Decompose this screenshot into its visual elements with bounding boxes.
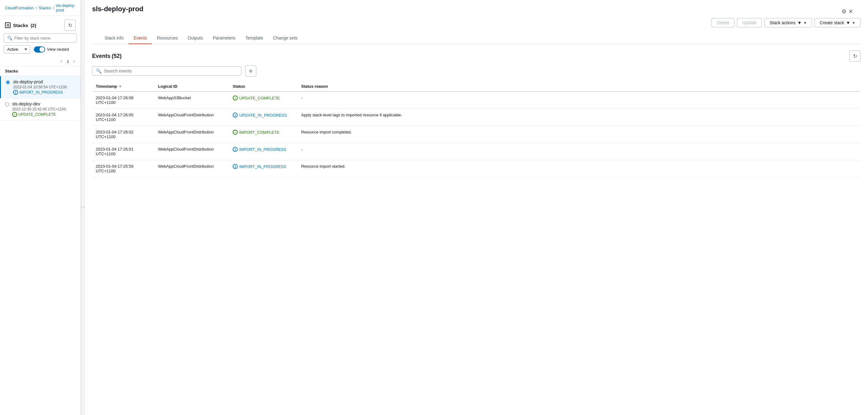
row-1-logical-id: WebAppCloudFrontDistribution — [154, 109, 229, 126]
tabs: Stack info Events Resources Outputs Para… — [92, 32, 861, 44]
stack-radio-0[interactable] — [6, 80, 10, 84]
stack-item-1[interactable]: sls-deploy-dev 2022-12-30 15:42:45 UTC+1… — [0, 98, 81, 120]
search-input[interactable] — [14, 36, 73, 40]
next-page-button[interactable]: › — [71, 58, 77, 65]
update-button[interactable]: Update — [737, 18, 762, 27]
events-settings-button[interactable]: ⚙ — [245, 65, 256, 76]
tab-stack-info[interactable]: Stack info — [99, 32, 128, 44]
stack-list-header: Stacks — [0, 66, 81, 76]
sidebar-search-container: 🔍 — [0, 33, 81, 45]
row-1-status: ℹUPDATE_IN_PROGRESS — [229, 109, 298, 126]
row-3-timestamp: 2023-01-04 17:26:01 UTC+1100 — [92, 143, 154, 160]
row-0-logical-id: WebAppS3Bucket — [154, 92, 229, 109]
row-2-status-reason: Resource import completed. — [298, 126, 861, 143]
table-row: 2023-01-04 17:26:08 UTC+1100WebAppS3Buck… — [92, 92, 861, 109]
events-search-row: 🔍 ⚙ — [92, 65, 861, 76]
table-row: 2023-01-04 17:26:05 UTC+1100WebAppCloudF… — [92, 109, 861, 126]
stack-status-0: ℹ IMPORT_IN_PROGRESS — [13, 90, 75, 95]
th-timestamp-sort[interactable]: Timestamp ▼ — [96, 84, 151, 89]
tab-events[interactable]: Events — [128, 32, 152, 44]
row-0-status-reason: - — [298, 92, 861, 109]
sidebar-title-text: Stacks — [13, 23, 28, 28]
sort-icon-timestamp: ▼ — [118, 84, 122, 89]
events-count: (52) — [112, 53, 122, 59]
stack-name-1: sls-deploy-dev — [12, 101, 75, 106]
status-filter-select[interactable]: Active All Deleted — [4, 45, 30, 54]
panel-splitter[interactable]: ⋮ — [81, 0, 85, 415]
breadcrumb-sep-2: › — [53, 6, 54, 10]
stack-radio-1[interactable] — [5, 102, 9, 106]
stack-name-0: sls-deploy-prod — [13, 79, 75, 84]
row-1-status-reason: Apply stack-level tags to imported resou… — [298, 109, 861, 126]
row-3-status-reason: - — [298, 143, 861, 160]
events-search-icon: 🔍 — [96, 68, 101, 73]
stack-status-1: ✓ UPDATE_COMPLETE — [12, 112, 75, 117]
th-timestamp: Timestamp ▼ — [92, 82, 154, 92]
row-2-status: ✓IMPORT_COMPLETE — [229, 126, 298, 143]
sidebar-title: ☰ Stacks (2) — [5, 22, 36, 28]
events-table-body: 2023-01-04 17:26:08 UTC+1100WebAppS3Buck… — [92, 92, 861, 177]
delete-button[interactable]: Delete — [712, 18, 735, 27]
row-2-status-icon: ✓ — [233, 130, 238, 135]
th-reason-label: Status reason — [301, 84, 328, 89]
events-search-input[interactable] — [104, 68, 237, 73]
prev-page-button[interactable]: ‹ — [59, 58, 64, 65]
create-stack-label: Create stack — [820, 20, 844, 25]
th-logical-id: Logical ID — [154, 82, 229, 92]
create-stack-button[interactable]: Create stack ▼ — [814, 18, 861, 27]
events-refresh-button[interactable]: ↻ — [849, 51, 861, 62]
table-row: 2023-01-04 17:26:02 UTC+1100WebAppCloudF… — [92, 126, 861, 143]
view-nested-toggle[interactable] — [34, 46, 45, 53]
main-actions: Delete Update Stack actions ▼ Create sta… — [92, 18, 861, 27]
view-nested-label: View nested — [47, 47, 69, 52]
sidebar-refresh-button[interactable]: ↻ — [64, 20, 75, 31]
stack-actions-button[interactable]: Stack actions ▼ — [765, 18, 812, 27]
th-status-label: Status — [233, 84, 245, 89]
row-0-status: ✓UPDATE_COMPLETE — [229, 92, 298, 109]
tab-outputs[interactable]: Outputs — [183, 32, 208, 44]
row-4-logical-id: WebAppCloudFrontDistribution — [154, 160, 229, 177]
settings-icon-button[interactable]: ⚙ — [842, 8, 846, 15]
close-button[interactable]: ✕ — [848, 8, 853, 15]
main-header: sls-deploy-prod ⚙ ✕ Delete Update Stack … — [85, 0, 868, 44]
stack-item-0[interactable]: sls-deploy-prod 2023-01-04 10:50:54 UTC+… — [0, 76, 81, 98]
stack-date-1: 2022-12-30 15:42:45 UTC+1100 — [12, 107, 75, 111]
row-2-timestamp: 2023-01-04 17:26:02 UTC+1100 — [92, 126, 154, 143]
events-title: Events (52) — [92, 53, 122, 59]
row-1-status-text: UPDATE_IN_PROGRESS — [239, 113, 287, 118]
row-2-logical-id: WebAppCloudFrontDistribution — [154, 126, 229, 143]
toggle-slider — [34, 46, 45, 53]
row-3-status-icon: ℹ — [233, 147, 238, 152]
breadcrumb-stacks[interactable]: Stacks — [39, 6, 51, 10]
stack-list: Stacks sls-deploy-prod 2023-01-04 10:50:… — [0, 66, 81, 120]
tab-template[interactable]: Template — [241, 32, 268, 44]
stack-date-0: 2023-01-04 10:50:54 UTC+1100 — [13, 85, 75, 89]
stacks-icon: ☰ — [5, 22, 10, 28]
events-section: Events (52) ↻ 🔍 ⚙ — [85, 44, 868, 184]
tab-parameters[interactable]: Parameters — [208, 32, 240, 44]
tab-change-sets[interactable]: Change sets — [268, 32, 302, 44]
search-box: 🔍 — [4, 33, 77, 43]
row-2-status-text: IMPORT_COMPLETE — [239, 130, 279, 135]
status-icon-0: ℹ — [13, 90, 18, 95]
row-3-logical-id: WebAppCloudFrontDistribution — [154, 143, 229, 160]
filter-row: Active All Deleted View nested — [0, 45, 81, 57]
status-icon-1: ✓ — [12, 112, 17, 117]
events-title-text: Events — [92, 53, 111, 59]
events-search-box: 🔍 — [92, 66, 241, 75]
view-nested-toggle-row: View nested — [34, 46, 69, 53]
th-logical-label: Logical ID — [158, 84, 177, 89]
stack-actions-label: Stack actions — [770, 20, 796, 25]
page-number: 1 — [65, 59, 70, 64]
breadcrumb-cloudformation[interactable]: CloudFormation — [5, 6, 34, 10]
sidebar: CloudFormation › Stacks › sls-deploy-pro… — [0, 0, 81, 415]
tab-resources[interactable]: Resources — [152, 32, 183, 44]
row-3-status-text: IMPORT_IN_PROGRESS — [239, 147, 286, 152]
row-4-status-reason: Resource import started. — [298, 160, 861, 177]
sidebar-count: (2) — [30, 23, 36, 28]
row-4-status-icon: ℹ — [233, 164, 238, 169]
stack-actions-caret: ▼ — [797, 20, 802, 25]
sidebar-header: ☰ Stacks (2) ↻ — [0, 16, 81, 33]
row-4-status-text: IMPORT_IN_PROGRESS — [239, 164, 286, 169]
app-container: CloudFormation › Stacks › sls-deploy-pro… — [0, 0, 868, 415]
